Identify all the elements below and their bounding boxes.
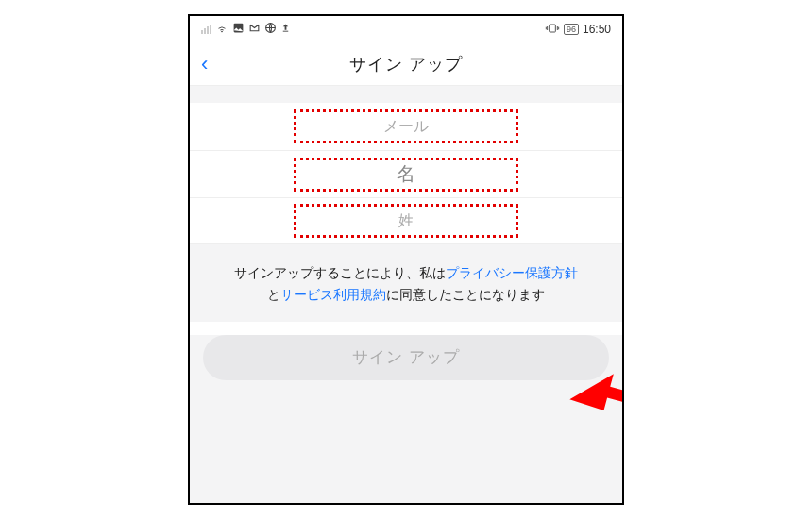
svg-rect-3 <box>283 31 289 32</box>
clock: 16:50 <box>583 23 611 36</box>
consent-prefix: サインアップすることにより、私は <box>234 266 446 280</box>
status-bar: 96 16:50 <box>190 16 622 42</box>
battery-level: 96 <box>567 25 576 34</box>
chevron-left-icon: ‹ <box>201 52 208 75</box>
spacer <box>190 86 622 103</box>
last-name-field[interactable]: 姓 <box>294 204 518 238</box>
form-row-lastname: 姓 <box>190 197 622 244</box>
first-name-field[interactable]: 名 <box>294 158 518 192</box>
status-left <box>201 22 291 37</box>
nav-bar: ‹ サイン アップ <box>190 42 622 86</box>
svg-rect-4 <box>550 25 556 32</box>
consent-suffix: に同意したことになります <box>386 288 545 302</box>
back-button[interactable]: ‹ <box>201 52 208 76</box>
first-name-placeholder: 名 <box>397 161 415 187</box>
phone-frame: 96 16:50 ‹ サイン アップ メール 名 姓 サインアップすること <box>188 14 624 505</box>
form-row-firstname: 名 <box>190 150 622 197</box>
mail-icon <box>248 22 261 37</box>
image-icon <box>232 22 245 37</box>
page-title: サイン アップ <box>349 53 463 75</box>
last-name-placeholder: 姓 <box>398 211 414 231</box>
signup-button[interactable]: サイン アップ <box>203 335 609 380</box>
privacy-policy-link[interactable]: プライバシー保護方針 <box>446 266 578 280</box>
svg-point-0 <box>222 31 223 32</box>
battery-icon: 96 <box>564 24 579 35</box>
signal-icon <box>201 25 211 34</box>
signup-form: メール 名 姓 <box>190 103 622 244</box>
vibrate-icon <box>545 23 560 37</box>
upload-icon <box>280 22 291 37</box>
consent-middle: と <box>267 288 280 302</box>
globe-icon <box>264 22 277 37</box>
email-field[interactable]: メール <box>294 109 518 143</box>
form-row-email: メール <box>190 103 622 150</box>
terms-link[interactable]: サービス利用規約 <box>280 288 386 302</box>
consent-text: サインアップすることにより、私はプライバシー保護方針 とサービス利用規約に同意し… <box>190 244 622 322</box>
wifi-icon <box>215 23 228 37</box>
signup-button-label: サイン アップ <box>352 346 460 368</box>
background-fill <box>190 380 622 505</box>
status-right: 96 16:50 <box>545 23 611 37</box>
email-placeholder: メール <box>383 117 429 137</box>
